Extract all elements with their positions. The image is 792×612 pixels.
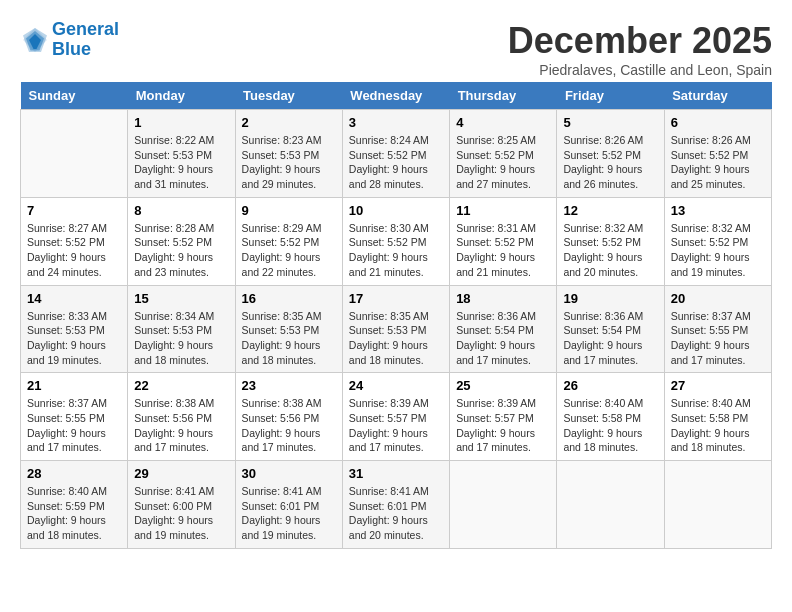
day-cell: 27Sunrise: 8:40 AMSunset: 5:58 PMDayligh…	[664, 373, 771, 461]
day-info: Sunrise: 8:35 AMSunset: 5:53 PMDaylight:…	[242, 309, 336, 368]
day-cell: 13Sunrise: 8:32 AMSunset: 5:52 PMDayligh…	[664, 197, 771, 285]
day-cell: 16Sunrise: 8:35 AMSunset: 5:53 PMDayligh…	[235, 285, 342, 373]
day-number: 21	[27, 378, 121, 393]
day-cell	[21, 110, 128, 198]
day-number: 8	[134, 203, 228, 218]
day-info: Sunrise: 8:28 AMSunset: 5:52 PMDaylight:…	[134, 221, 228, 280]
page-header: General Blue December 2025 Piedralaves, …	[20, 20, 772, 78]
day-number: 24	[349, 378, 443, 393]
day-info: Sunrise: 8:40 AMSunset: 5:58 PMDaylight:…	[671, 396, 765, 455]
day-cell: 10Sunrise: 8:30 AMSunset: 5:52 PMDayligh…	[342, 197, 449, 285]
day-info: Sunrise: 8:38 AMSunset: 5:56 PMDaylight:…	[134, 396, 228, 455]
day-number: 25	[456, 378, 550, 393]
day-cell: 12Sunrise: 8:32 AMSunset: 5:52 PMDayligh…	[557, 197, 664, 285]
calendar-table: SundayMondayTuesdayWednesdayThursdayFrid…	[20, 82, 772, 549]
day-info: Sunrise: 8:22 AMSunset: 5:53 PMDaylight:…	[134, 133, 228, 192]
day-number: 17	[349, 291, 443, 306]
day-cell: 25Sunrise: 8:39 AMSunset: 5:57 PMDayligh…	[450, 373, 557, 461]
day-cell: 2Sunrise: 8:23 AMSunset: 5:53 PMDaylight…	[235, 110, 342, 198]
location: Piedralaves, Castille and Leon, Spain	[508, 62, 772, 78]
day-number: 28	[27, 466, 121, 481]
day-info: Sunrise: 8:36 AMSunset: 5:54 PMDaylight:…	[456, 309, 550, 368]
day-info: Sunrise: 8:33 AMSunset: 5:53 PMDaylight:…	[27, 309, 121, 368]
day-number: 14	[27, 291, 121, 306]
day-info: Sunrise: 8:26 AMSunset: 5:52 PMDaylight:…	[563, 133, 657, 192]
week-row-3: 14Sunrise: 8:33 AMSunset: 5:53 PMDayligh…	[21, 285, 772, 373]
day-number: 22	[134, 378, 228, 393]
day-number: 1	[134, 115, 228, 130]
day-cell: 4Sunrise: 8:25 AMSunset: 5:52 PMDaylight…	[450, 110, 557, 198]
week-row-4: 21Sunrise: 8:37 AMSunset: 5:55 PMDayligh…	[21, 373, 772, 461]
day-info: Sunrise: 8:32 AMSunset: 5:52 PMDaylight:…	[671, 221, 765, 280]
day-info: Sunrise: 8:38 AMSunset: 5:56 PMDaylight:…	[242, 396, 336, 455]
day-cell: 22Sunrise: 8:38 AMSunset: 5:56 PMDayligh…	[128, 373, 235, 461]
weekday-header-sunday: Sunday	[21, 82, 128, 110]
day-cell: 8Sunrise: 8:28 AMSunset: 5:52 PMDaylight…	[128, 197, 235, 285]
day-number: 29	[134, 466, 228, 481]
day-cell: 17Sunrise: 8:35 AMSunset: 5:53 PMDayligh…	[342, 285, 449, 373]
day-number: 9	[242, 203, 336, 218]
day-number: 26	[563, 378, 657, 393]
day-number: 12	[563, 203, 657, 218]
day-cell: 30Sunrise: 8:41 AMSunset: 6:01 PMDayligh…	[235, 461, 342, 549]
day-cell: 28Sunrise: 8:40 AMSunset: 5:59 PMDayligh…	[21, 461, 128, 549]
day-info: Sunrise: 8:41 AMSunset: 6:01 PMDaylight:…	[242, 484, 336, 543]
month-title: December 2025	[508, 20, 772, 62]
day-number: 15	[134, 291, 228, 306]
day-number: 30	[242, 466, 336, 481]
day-info: Sunrise: 8:37 AMSunset: 5:55 PMDaylight:…	[671, 309, 765, 368]
day-cell: 9Sunrise: 8:29 AMSunset: 5:52 PMDaylight…	[235, 197, 342, 285]
day-cell: 20Sunrise: 8:37 AMSunset: 5:55 PMDayligh…	[664, 285, 771, 373]
day-info: Sunrise: 8:32 AMSunset: 5:52 PMDaylight:…	[563, 221, 657, 280]
weekday-header-friday: Friday	[557, 82, 664, 110]
weekday-header-wednesday: Wednesday	[342, 82, 449, 110]
week-row-1: 1Sunrise: 8:22 AMSunset: 5:53 PMDaylight…	[21, 110, 772, 198]
day-info: Sunrise: 8:30 AMSunset: 5:52 PMDaylight:…	[349, 221, 443, 280]
day-info: Sunrise: 8:40 AMSunset: 5:59 PMDaylight:…	[27, 484, 121, 543]
day-number: 2	[242, 115, 336, 130]
day-cell: 14Sunrise: 8:33 AMSunset: 5:53 PMDayligh…	[21, 285, 128, 373]
day-info: Sunrise: 8:39 AMSunset: 5:57 PMDaylight:…	[349, 396, 443, 455]
logo: General Blue	[20, 20, 119, 60]
day-cell: 19Sunrise: 8:36 AMSunset: 5:54 PMDayligh…	[557, 285, 664, 373]
day-number: 18	[456, 291, 550, 306]
day-cell: 29Sunrise: 8:41 AMSunset: 6:00 PMDayligh…	[128, 461, 235, 549]
day-cell: 18Sunrise: 8:36 AMSunset: 5:54 PMDayligh…	[450, 285, 557, 373]
week-row-5: 28Sunrise: 8:40 AMSunset: 5:59 PMDayligh…	[21, 461, 772, 549]
day-info: Sunrise: 8:34 AMSunset: 5:53 PMDaylight:…	[134, 309, 228, 368]
day-cell: 31Sunrise: 8:41 AMSunset: 6:01 PMDayligh…	[342, 461, 449, 549]
weekday-header-monday: Monday	[128, 82, 235, 110]
day-cell: 11Sunrise: 8:31 AMSunset: 5:52 PMDayligh…	[450, 197, 557, 285]
day-number: 11	[456, 203, 550, 218]
logo-text: General Blue	[52, 20, 119, 60]
day-cell	[664, 461, 771, 549]
day-number: 20	[671, 291, 765, 306]
day-number: 5	[563, 115, 657, 130]
day-number: 4	[456, 115, 550, 130]
day-info: Sunrise: 8:41 AMSunset: 6:01 PMDaylight:…	[349, 484, 443, 543]
weekday-header-saturday: Saturday	[664, 82, 771, 110]
day-info: Sunrise: 8:40 AMSunset: 5:58 PMDaylight:…	[563, 396, 657, 455]
day-info: Sunrise: 8:35 AMSunset: 5:53 PMDaylight:…	[349, 309, 443, 368]
day-info: Sunrise: 8:25 AMSunset: 5:52 PMDaylight:…	[456, 133, 550, 192]
day-number: 6	[671, 115, 765, 130]
day-cell: 1Sunrise: 8:22 AMSunset: 5:53 PMDaylight…	[128, 110, 235, 198]
day-cell	[450, 461, 557, 549]
day-cell: 24Sunrise: 8:39 AMSunset: 5:57 PMDayligh…	[342, 373, 449, 461]
day-cell	[557, 461, 664, 549]
day-number: 7	[27, 203, 121, 218]
day-info: Sunrise: 8:39 AMSunset: 5:57 PMDaylight:…	[456, 396, 550, 455]
day-number: 31	[349, 466, 443, 481]
week-row-2: 7Sunrise: 8:27 AMSunset: 5:52 PMDaylight…	[21, 197, 772, 285]
title-block: December 2025 Piedralaves, Castille and …	[508, 20, 772, 78]
day-cell: 6Sunrise: 8:26 AMSunset: 5:52 PMDaylight…	[664, 110, 771, 198]
day-info: Sunrise: 8:24 AMSunset: 5:52 PMDaylight:…	[349, 133, 443, 192]
weekday-header-tuesday: Tuesday	[235, 82, 342, 110]
day-info: Sunrise: 8:29 AMSunset: 5:52 PMDaylight:…	[242, 221, 336, 280]
day-info: Sunrise: 8:41 AMSunset: 6:00 PMDaylight:…	[134, 484, 228, 543]
day-number: 3	[349, 115, 443, 130]
day-number: 16	[242, 291, 336, 306]
weekday-header-thursday: Thursday	[450, 82, 557, 110]
logo-line2: Blue	[52, 39, 91, 59]
day-cell: 7Sunrise: 8:27 AMSunset: 5:52 PMDaylight…	[21, 197, 128, 285]
